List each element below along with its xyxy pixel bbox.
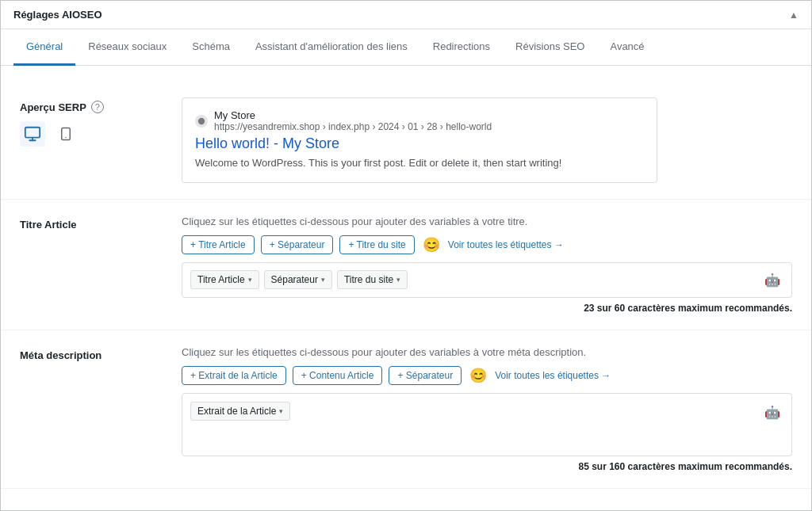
- titre-select-1[interactable]: Séparateur ▾: [264, 270, 332, 289]
- titre-tag-btn-0[interactable]: + Titre Article: [182, 235, 255, 254]
- tab-redirections[interactable]: Redirections: [420, 29, 503, 66]
- titre-select-2[interactable]: Titre du site ▾: [337, 270, 408, 289]
- titre-article-section-label: Titre Article: [20, 219, 77, 231]
- titre-tag-btn-1[interactable]: + Séparateur: [261, 235, 334, 254]
- meta-description-section-label: Méta description: [20, 349, 102, 361]
- serp-section-label: Aperçu SERP: [20, 101, 86, 113]
- serp-site-row: My Store https://yesandremix.shop › inde…: [195, 109, 644, 132]
- meta-description-label: Méta description: [20, 346, 163, 472]
- titre-emoji-button[interactable]: 😊: [421, 236, 442, 254]
- titre-robot-button[interactable]: 🤖: [761, 269, 783, 291]
- nav-tabs: Général Réseaux sociaux Schéma Assistant…: [1, 29, 811, 66]
- titre-instructions: Cliquez sur les étiquettes ci-dessous po…: [182, 215, 792, 227]
- titre-select-0-chevron: ▾: [248, 276, 252, 284]
- help-icon[interactable]: ?: [91, 101, 104, 113]
- serp-favicon: [195, 115, 208, 128]
- titre-article-label: Titre Article: [20, 215, 163, 314]
- titre-tag-btn-2[interactable]: + Titre du site: [339, 235, 414, 254]
- serp-section: Aperçu SERP ?: [1, 82, 811, 200]
- titre-view-all-link[interactable]: Voir toutes les étiquettes →: [448, 239, 564, 250]
- content-area: Aperçu SERP ?: [1, 66, 811, 505]
- svg-point-5: [198, 117, 205, 124]
- meta-description-section: Méta description Cliquez sur les étiquet…: [1, 330, 811, 489]
- serp-url: https://yesandremix.shop › index.php › 2…: [214, 121, 492, 132]
- meta-view-all-link[interactable]: Voir toutes les étiquettes →: [495, 370, 611, 381]
- titre-article-section: Titre Article Cliquez sur les étiquettes…: [1, 200, 811, 330]
- meta-tag-buttons: + Extrait de la Article + Contenu Articl…: [182, 366, 792, 385]
- tab-revisions[interactable]: Révisions SEO: [503, 29, 597, 66]
- meta-tag-btn-1[interactable]: + Contenu Article: [293, 366, 383, 385]
- meta-instructions: Cliquez sur les étiquettes ci-dessous po…: [182, 346, 792, 358]
- tab-schema[interactable]: Schéma: [179, 29, 243, 66]
- serp-preview-box: My Store https://yesandremix.shop › inde…: [182, 97, 657, 183]
- meta-emoji-button[interactable]: 😊: [468, 367, 488, 384]
- tab-assistant[interactable]: Assistant d'amélioration des liens: [243, 29, 420, 66]
- collapse-button[interactable]: ▲: [789, 10, 799, 21]
- meta-select-0[interactable]: Extrait de la Article ▾: [190, 402, 290, 421]
- svg-rect-0: [25, 128, 40, 138]
- serp-site-name: My Store: [214, 109, 492, 121]
- titre-tag-buttons: + Titre Article + Séparateur + Titre du …: [182, 235, 792, 254]
- meta-char-count: 85 sur 160 caractères maximum recommandé…: [182, 461, 792, 472]
- serp-content: My Store https://yesandremix.shop › inde…: [182, 97, 792, 183]
- meta-tag-btn-0[interactable]: + Extrait de la Article: [182, 366, 286, 385]
- titre-tag-input-area[interactable]: Titre Article ▾ Séparateur ▾ Titre du si…: [182, 262, 792, 298]
- serp-title[interactable]: Hello world! - My Store: [195, 135, 644, 152]
- meta-select-0-chevron: ▾: [279, 407, 283, 415]
- titre-select-1-chevron: ▾: [321, 276, 325, 284]
- titre-char-count: 23 sur 60 caractères maximum recommandés…: [182, 303, 792, 314]
- meta-tag-input-area[interactable]: Extrait de la Article ▾ 🤖: [182, 393, 792, 456]
- window-titlebar: Réglages AIOSEO ▲: [1, 1, 811, 29]
- serp-description: Welcome to WordPress. This is your first…: [195, 155, 644, 171]
- tab-advanced[interactable]: Avancé: [597, 29, 657, 66]
- meta-robot-button[interactable]: 🤖: [761, 402, 783, 423]
- tab-social[interactable]: Réseaux sociaux: [75, 29, 179, 66]
- meta-tag-btn-2[interactable]: + Séparateur: [389, 366, 462, 385]
- mobile-icon[interactable]: [53, 121, 79, 147]
- meta-description-content: Cliquez sur les étiquettes ci-dessous po…: [182, 346, 792, 472]
- titre-select-2-chevron: ▾: [396, 276, 400, 284]
- titre-select-0[interactable]: Titre Article ▾: [190, 270, 259, 289]
- tab-general[interactable]: Général: [13, 29, 75, 66]
- serp-label-area: Aperçu SERP ?: [20, 97, 163, 183]
- titre-article-content: Cliquez sur les étiquettes ci-dessous po…: [182, 215, 792, 314]
- desktop-icon[interactable]: [20, 121, 45, 147]
- aioseo-window: Réglages AIOSEO ▲ Général Réseaux sociau…: [0, 0, 812, 511]
- window-title: Réglages AIOSEO: [13, 9, 102, 21]
